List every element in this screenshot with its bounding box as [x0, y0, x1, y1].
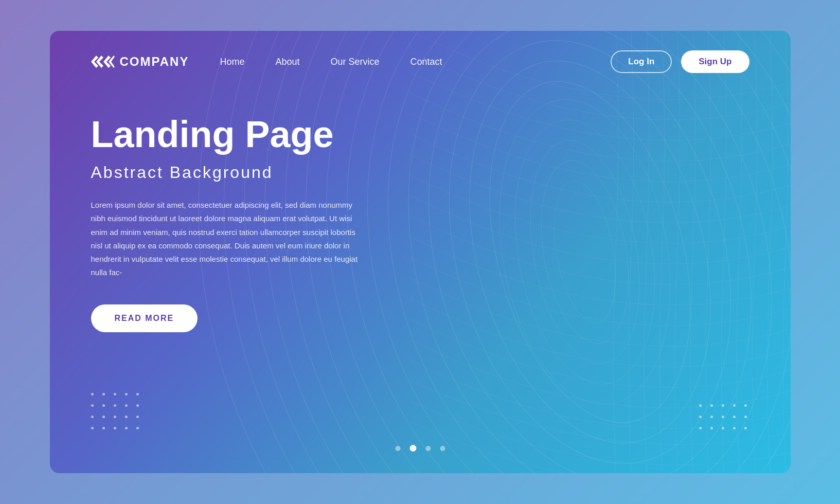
dot: [744, 427, 747, 429]
dot: [91, 416, 94, 418]
dot: [102, 393, 105, 395]
dot: [733, 416, 736, 418]
nav-links: Home About Our Service Contact: [220, 57, 611, 67]
dot: [733, 427, 736, 429]
logo-icon: [91, 53, 115, 70]
dot: [91, 404, 94, 407]
dot: [102, 404, 105, 407]
dot: [744, 416, 747, 418]
nav-buttons: Log In Sign Up: [611, 50, 749, 73]
pagination-dot-2[interactable]: [409, 445, 416, 452]
outer-background: COMPANY Home About Our Service Contact L…: [0, 0, 840, 504]
dot: [699, 427, 702, 429]
dot: [136, 416, 139, 418]
dot: [102, 416, 105, 418]
dot: [125, 427, 128, 429]
dot: [722, 416, 724, 418]
pagination-dot-1[interactable]: [395, 446, 400, 451]
dot: [114, 427, 116, 429]
logo-area: COMPANY: [91, 53, 189, 70]
hero-section: Landing Page Abstract Background Lorem i…: [50, 73, 791, 473]
dot: [136, 393, 139, 395]
dot-grid-left: [91, 393, 141, 432]
navbar: COMPANY Home About Our Service Contact L…: [50, 31, 791, 73]
main-card: COMPANY Home About Our Service Contact L…: [50, 31, 791, 473]
pagination-dot-4[interactable]: [440, 446, 445, 451]
dot: [125, 393, 128, 395]
signup-button[interactable]: Sign Up: [681, 50, 749, 73]
dot: [710, 416, 713, 418]
dot: [125, 416, 128, 418]
dot: [733, 404, 736, 407]
dot: [136, 427, 139, 429]
login-button[interactable]: Log In: [611, 50, 672, 73]
dot: [91, 427, 94, 429]
dot: [102, 427, 105, 429]
dot: [699, 416, 702, 418]
nav-link-home[interactable]: Home: [220, 57, 244, 67]
nav-link-service[interactable]: Our Service: [330, 57, 379, 67]
dot-grid-right: [699, 404, 749, 432]
dot: [722, 404, 724, 407]
dot: [710, 404, 713, 407]
hero-subtitle: Abstract Background: [91, 163, 749, 182]
dot: [91, 393, 94, 395]
read-more-button[interactable]: READ MORE: [91, 304, 198, 332]
logo-text: COMPANY: [120, 55, 189, 69]
pagination: [395, 445, 445, 452]
pagination-dot-3[interactable]: [425, 446, 431, 451]
hero-body-text: Lorem ipsum dolor sit amet, consectetuer…: [91, 199, 359, 280]
dot: [125, 404, 128, 407]
dot: [710, 427, 713, 429]
hero-title: Landing Page: [91, 114, 749, 155]
dot: [744, 404, 747, 407]
nav-link-contact[interactable]: Contact: [410, 57, 442, 67]
nav-link-about[interactable]: About: [275, 57, 299, 67]
dot: [114, 416, 116, 418]
dot: [136, 404, 139, 407]
dot: [114, 404, 116, 407]
dot: [699, 404, 702, 407]
dot: [114, 393, 116, 395]
dot: [722, 427, 724, 429]
